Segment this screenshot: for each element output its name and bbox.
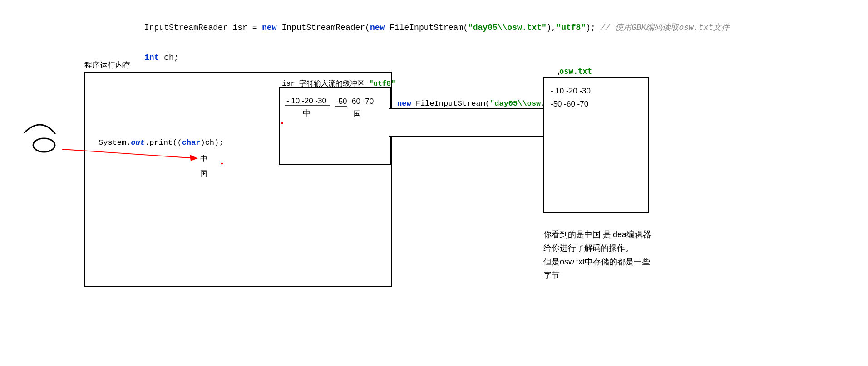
- file-box: [543, 77, 649, 213]
- buffer-char-2: 国: [353, 109, 361, 119]
- red-dot-icon: [281, 122, 283, 124]
- buffer-bytes-right: -50 -60 -70: [336, 97, 374, 106]
- file-bytes-2: -50 -60 -70: [551, 100, 588, 109]
- memory-label: 程序运行内存: [84, 60, 131, 70]
- output-char-2: 国: [200, 169, 207, 179]
- output-char-1: 中: [200, 154, 207, 164]
- red-dot-2-icon: [221, 163, 223, 164]
- code-line-1: InputStreamReader isr = new InputStreamR…: [144, 23, 730, 33]
- comma-icon: ,: [557, 67, 561, 76]
- print-statement: System.out.print((char)ch);: [99, 138, 223, 148]
- connector-channel: [389, 108, 543, 137]
- explanation-line-1: 你看到的是中国 是idea编辑器: [543, 228, 651, 241]
- explanation-line-4: 字节: [543, 268, 560, 282]
- explanation-line-2: 给你进行了解码的操作。: [543, 241, 633, 255]
- buffer-char-1: 中: [303, 108, 311, 118]
- svg-point-4: [33, 138, 55, 152]
- buffer-bytes-left: - 10 -20 -30: [286, 97, 326, 106]
- code-line-2: int ch;: [144, 53, 730, 63]
- file-bytes-1: - 10 -20 -30: [551, 87, 591, 96]
- explanation-line-3: 但是osw.txt中存储的都是一些: [543, 255, 650, 268]
- file-label: osw.txt: [559, 67, 592, 76]
